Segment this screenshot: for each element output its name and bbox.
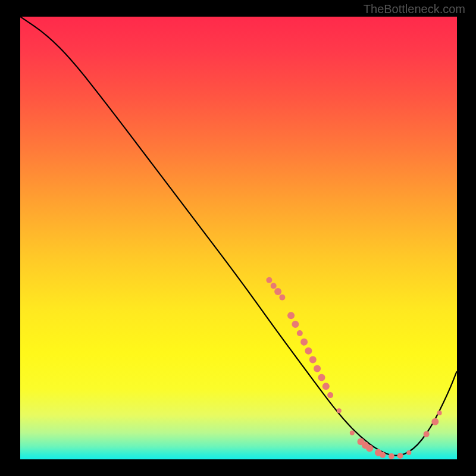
data-point: [314, 365, 321, 372]
data-point: [292, 321, 299, 328]
watermark-text: TheBottleneck.com: [364, 2, 465, 16]
data-point: [389, 453, 394, 459]
data-point: [297, 330, 303, 336]
data-point: [305, 347, 312, 355]
data-point: [350, 430, 355, 435]
data-point: [380, 452, 386, 458]
data-point: [431, 418, 439, 425]
data-point: [437, 411, 442, 415]
data-point: [300, 339, 308, 346]
chart-svg: [20, 17, 457, 459]
data-point: [327, 392, 333, 398]
chart-area: [20, 17, 457, 459]
data-point: [337, 408, 342, 413]
data-markers: [266, 277, 441, 459]
data-point: [322, 383, 330, 390]
data-point: [366, 444, 373, 452]
bottleneck-curve: [20, 17, 457, 456]
data-point: [397, 453, 403, 459]
data-point: [274, 288, 281, 295]
data-point: [271, 283, 277, 289]
data-point: [406, 450, 411, 455]
data-point: [318, 374, 325, 381]
data-point: [287, 312, 295, 319]
data-point: [279, 295, 285, 300]
data-point: [309, 356, 317, 364]
data-point: [266, 277, 272, 283]
data-point: [424, 431, 430, 437]
